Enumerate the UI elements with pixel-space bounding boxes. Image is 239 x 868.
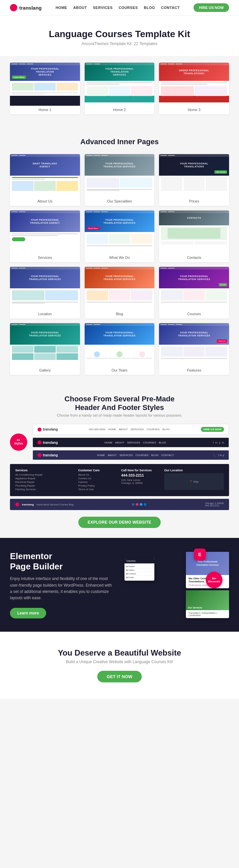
footer-care-4: Privacy Policy <box>78 484 118 487</box>
hp3-about: ABOUT <box>108 454 117 457</box>
premade-subtitle: Choose from a handy set of ready-made he… <box>10 413 229 417</box>
hire-us-button[interactable]: HIRE US NOW <box>193 3 229 12</box>
hp1-link-phone: 000-000-0000 <box>89 428 106 431</box>
services-label: Services <box>10 253 80 262</box>
specialties-label: Our Specialties <box>85 197 155 206</box>
hp3-home: HOME <box>97 454 105 457</box>
elementor-visual-block: E Columns ■ Header ■ Gallery ■ Contacts … <box>125 552 229 618</box>
footer-col-location: Our Location 📍 Map <box>164 469 224 492</box>
hp2-youtube: y <box>219 441 220 444</box>
template-card-about[interactable]: Want TranslangAgency About Us <box>10 154 80 206</box>
explore-btn-container: EXPLORE OUR DEMO WEBSITE <box>10 517 229 528</box>
footer-service-1: Air Conditioning Repair <box>15 473 75 476</box>
home-templates-grid: Your ProfessionalTranslationServices Lea… <box>10 63 229 114</box>
nav-about[interactable]: ABOUT <box>73 6 87 10</box>
hp2-logo: translang <box>37 440 58 444</box>
nav-courses[interactable]: COURSES <box>118 6 138 10</box>
hp2-about: ABOUT <box>115 441 125 444</box>
cta-title: You Deserve a Beautiful Website <box>7 648 232 657</box>
fp2-links: Home About Services Courses Blog <box>36 503 73 506</box>
nav-contact[interactable]: CONTACT <box>161 6 180 10</box>
hp2-facebook: f <box>213 441 213 444</box>
learn-more-button[interactable]: Learn more <box>10 608 46 618</box>
hp1-logo-circle <box>37 428 42 432</box>
footer-col-callnow: Call Now for Services 444-333-2211 123, … <box>121 469 161 492</box>
template-thumb-services: Your ProfessionalTranslation Agency <box>10 211 80 253</box>
get-it-now-button[interactable]: GET IT NOW <box>97 671 141 682</box>
nav-services[interactable]: SERVICES <box>93 6 112 10</box>
logo[interactable]: translang <box>10 4 42 11</box>
template-card-location[interactable]: Your ProfessionalTranslation Services Lo… <box>10 267 80 318</box>
footer-location-title: Our Location <box>164 469 224 472</box>
footer-preview-container: Services Air Conditioning Repair Applian… <box>10 464 229 510</box>
prices-cta-badge: Get Quote <box>214 170 227 174</box>
nav-blog[interactable]: BLOG <box>144 6 155 10</box>
hp3-right: 📞 f in y <box>213 454 224 457</box>
template-card-home1[interactable]: Your ProfessionalTranslationServices Lea… <box>10 63 80 114</box>
hp2-social: f in y in <box>213 441 224 444</box>
template-card-courses[interactable]: Your ProfessionalTranslation Services En… <box>159 267 229 318</box>
ev-card3-label: Our Services <box>188 607 202 609</box>
template-thumb-home1: Your ProfessionalTranslationServices Lea… <box>10 63 80 106</box>
hp2-services: SERVICES <box>127 441 140 444</box>
template-card-services[interactable]: Your ProfessionalTranslation Agency Serv… <box>10 211 80 262</box>
template-card-specialties[interactable]: Your ProfessionalTranslation Services Ou… <box>85 154 155 206</box>
footer-col-services: Services Air Conditioning Repair Applian… <box>15 469 75 492</box>
ev-card1-body: ■ Header ■ Gallery ■ Contacts ■ Footer <box>125 563 154 581</box>
hp1-cta: HIRE US NOW <box>201 427 224 432</box>
template-thumb-ourteam: Your ProfessionalTranslation Services <box>85 323 155 366</box>
footer-address: 123, New Lenox Chicago, IL 60606 <box>121 478 161 485</box>
hp1-link-blog: BLOG <box>162 428 169 431</box>
template-card-home2[interactable]: Your ProfessionalTranslationServices Hom… <box>85 63 155 114</box>
template-card-prices[interactable]: Your ProfessionalTranslations Get Quote … <box>159 154 229 206</box>
template-card-blog[interactable]: Your ProfessionalTranslation Services Bl… <box>85 267 155 318</box>
hp3-phone-icon: 📞 <box>213 454 216 457</box>
home3-label: Home 3 <box>159 106 229 114</box>
explore-button[interactable]: EXPLORE OUR DEMO WEBSITE <box>78 517 161 528</box>
hp1-link-home: HOME <box>108 428 116 431</box>
hero-section: Language Courses Template Kit AncoraThem… <box>0 16 239 56</box>
template-card-contacts[interactable]: Contacts Contacts <box>159 211 229 262</box>
ev-card1-header: Columns <box>125 558 154 563</box>
fp2-social-dots <box>132 503 147 506</box>
page-title: Language Courses Template Kit <box>7 29 232 39</box>
fp2-twitter-dot <box>140 503 142 506</box>
styles-count-badge: 6+ Styles <box>10 434 27 451</box>
home2-label: Home 2 <box>85 106 155 114</box>
hp2-links: HOME ABOUT SERVICES COURSES BLOG <box>105 441 166 444</box>
logo-text: translang <box>19 5 42 10</box>
ev-card2-overlay: Your ProfessionalTranslation Services <box>196 560 219 567</box>
hp3-links: HOME ABOUT SERVICES COURSES BLOG CONTACT <box>97 454 174 457</box>
fp2-logo-text: translang <box>22 503 34 506</box>
ev-services-card: Our Services Translation • Interpretatio… <box>186 590 229 618</box>
gallery-label: Gallery <box>10 366 80 375</box>
template-card-whatwedo[interactable]: Your ProfessionalTranslation Services Re… <box>85 211 155 262</box>
hp3-blog: BLOG <box>151 454 159 457</box>
footer-service-2: Appliance Repair <box>15 477 75 480</box>
footer-preview-1: Services Air Conditioning Repair Applian… <box>10 464 229 496</box>
premade-section: Choose From Several Pre-Made Header And … <box>0 385 239 538</box>
hp3-logo: translang <box>37 453 58 457</box>
footer-care-title: Customer Care <box>78 469 118 472</box>
hp1-logo-text: translang <box>43 428 58 431</box>
hp1-logo: translang <box>37 428 58 432</box>
nav-links: HOME ABOUT SERVICES COURSES BLOG CONTACT <box>55 6 180 10</box>
nav-home[interactable]: HOME <box>55 6 67 10</box>
template-card-home3[interactable]: Order ProfessionalTranslations! Home 3 <box>159 63 229 114</box>
hp2-logo-text: translang <box>43 441 58 444</box>
ev-badge-label: Elements <box>208 580 220 583</box>
template-card-gallery[interactable]: Your ProfessionalTranslation Services Ga… <box>10 323 80 375</box>
ev-card2-thumb: Your ProfessionalTranslation Services <box>186 552 229 575</box>
template-thumb-whatwedo: Your ProfessionalTranslation Services Re… <box>85 211 155 253</box>
template-card-ourteam[interactable]: Your ProfessionalTranslation Services <box>85 323 155 375</box>
features-badge: View All <box>217 339 227 343</box>
footer-care-1: About Us <box>78 473 118 476</box>
courses-label: Courses <box>159 310 229 318</box>
elementor-section: Elementor Page Builder Enjoy intuitive i… <box>0 538 239 632</box>
template-card-features[interactable]: Your ProfessionalTranslation Services Vi… <box>159 323 229 375</box>
hp1-link-courses: COURSES <box>147 428 160 431</box>
ev-columns-card: Columns ■ Header ■ Gallery ■ Contacts ■ … <box>125 558 154 581</box>
ev-card3-body: Translation • Interpretation • Localizat… <box>186 610 229 618</box>
template-thumb-blog: Your ProfessionalTranslation Services <box>85 267 155 310</box>
contacts-label: Contacts <box>159 253 229 262</box>
